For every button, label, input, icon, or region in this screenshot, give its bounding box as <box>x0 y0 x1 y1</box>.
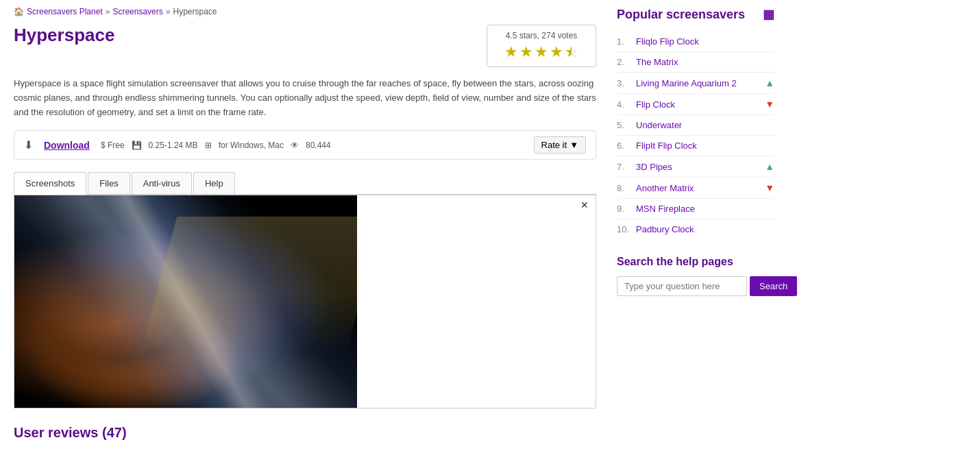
star-1: ★ <box>504 43 518 61</box>
popular-screensavers-title: Popular screensavers ▦ <box>617 7 774 22</box>
page-title: Hyperspace <box>14 25 114 46</box>
download-bar: ⬇ Download $ Free 💾 0.25-1.24 MB ⊞ for W… <box>14 130 596 160</box>
star-2: ★ <box>519 43 533 61</box>
breadcrumb-current: Hyperspace <box>173 7 217 16</box>
popular-list: 1. Fliqlo Flip Clock 2. The Matrix 3. Li… <box>617 32 774 239</box>
item-number-10: 10. <box>617 224 636 234</box>
sidebar: Popular screensavers ▦ 1. Fliqlo Flip Cl… <box>610 7 774 441</box>
item-number-2: 2. <box>617 57 636 67</box>
breadcrumb: 🏠 Screensavers Planet » Screensavers » H… <box>14 7 596 16</box>
list-item: 8. Another Matrix ▼ <box>617 178 774 199</box>
item-number-7: 7. <box>617 162 636 172</box>
search-help-form: Search <box>617 276 774 296</box>
rate-arrow-icon: ▼ <box>569 140 578 150</box>
tab-antivirus[interactable]: Anti-virus <box>132 172 192 194</box>
arrow-down-icon-8: ▼ <box>765 182 774 193</box>
download-link[interactable]: Download <box>44 140 90 151</box>
list-item: 2. The Matrix <box>617 52 774 73</box>
arrow-up-icon-3: ▲ <box>765 77 774 88</box>
screenshot-container: ✕ <box>14 195 596 409</box>
item-number-6: 6. <box>617 141 636 151</box>
platform-icons: ⊞ <box>205 141 212 150</box>
price: $ Free <box>101 141 125 150</box>
list-item: 4. Flip Clock ▼ <box>617 94 774 115</box>
arrow-down-icon-4: ▼ <box>765 99 774 110</box>
popular-link-2[interactable]: The Matrix <box>636 57 774 67</box>
popular-link-1[interactable]: Fliqlo Flip Clock <box>636 36 774 47</box>
star-4: ★ <box>550 43 563 61</box>
popular-link-4[interactable]: Flip Clock <box>636 99 765 110</box>
breadcrumb-sep-1: » <box>106 7 110 16</box>
list-item: 5. Underwater <box>617 115 774 136</box>
item-number-4: 4. <box>617 99 636 110</box>
list-item: 9. MSN Fireplace <box>617 199 774 219</box>
size-icon: 💾 <box>132 141 142 150</box>
file-size: 0.25-1.24 MB <box>149 141 198 150</box>
arrow-up-icon-7: ▲ <box>765 161 774 172</box>
star-3: ★ <box>535 43 548 61</box>
item-number-1: 1. <box>617 36 636 47</box>
item-number-9: 9. <box>617 204 636 214</box>
popular-link-10[interactable]: Padbury Clock <box>636 224 774 234</box>
views-icon: 👁 <box>291 141 299 150</box>
list-item: 7. 3D Pipes ▲ <box>617 156 774 178</box>
breadcrumb-screensavers-link[interactable]: Screensavers <box>112 7 162 16</box>
platforms: for Windows, Mac <box>219 141 284 150</box>
list-item: 10. Padbury Clock <box>617 219 774 239</box>
tab-help[interactable]: Help <box>193 172 235 194</box>
popular-link-5[interactable]: Underwater <box>636 120 774 130</box>
popular-title-text: Popular screensavers <box>617 8 745 22</box>
popular-link-9[interactable]: MSN Fireplace <box>636 204 774 214</box>
search-help-button[interactable]: Search <box>750 276 797 296</box>
home-icon: 🏠 <box>14 7 24 16</box>
download-arrow-icon: ⬇ <box>24 138 33 151</box>
rating-box: 4.5 stars, 274 votes ★ ★ ★ ★ ★☆ <box>487 25 596 67</box>
item-number-3: 3. <box>617 78 636 88</box>
tabs-container: Screenshots Files Anti-virus Help <box>14 172 596 195</box>
rate-label: Rate it <box>541 140 567 150</box>
tab-files[interactable]: Files <box>88 172 130 194</box>
views-count: 80,444 <box>306 141 331 150</box>
stars-container: ★ ★ ★ ★ ★☆ <box>497 43 586 61</box>
breadcrumb-home-link[interactable]: Screensavers Planet <box>27 7 103 16</box>
rating-text: 4.5 stars, 274 votes <box>506 31 578 40</box>
user-reviews-title: User reviews (47) <box>14 425 596 441</box>
item-number-8: 8. <box>617 183 636 193</box>
popular-link-6[interactable]: FlipIt Flip Clock <box>636 141 774 151</box>
popular-link-8[interactable]: Another Matrix <box>636 183 765 193</box>
breadcrumb-sep-2: » <box>166 7 171 16</box>
rate-button[interactable]: Rate it ▼ <box>534 136 586 154</box>
search-help-title: Search the help pages <box>617 256 774 268</box>
item-number-5: 5. <box>617 120 636 130</box>
grid-icon[interactable]: ▦ <box>763 7 774 22</box>
close-screenshot-button[interactable]: ✕ <box>576 198 593 212</box>
popular-link-3[interactable]: Living Marine Aquarium 2 <box>636 78 765 88</box>
list-item: 6. FlipIt Flip Clock <box>617 136 774 156</box>
popular-link-7[interactable]: 3D Pipes <box>636 162 765 172</box>
tab-screenshots[interactable]: Screenshots <box>14 172 86 195</box>
description: Hyperspace is a space flight simulation … <box>14 77 596 119</box>
screenshot-image <box>14 195 357 408</box>
download-meta: $ Free 💾 0.25-1.24 MB ⊞ for Windows, Mac… <box>101 141 523 150</box>
star-5: ★☆ <box>565 43 578 61</box>
list-item: 3. Living Marine Aquarium 2 ▲ <box>617 73 774 94</box>
list-item: 1. Fliqlo Flip Clock <box>617 32 774 52</box>
search-help-input[interactable] <box>617 276 747 296</box>
